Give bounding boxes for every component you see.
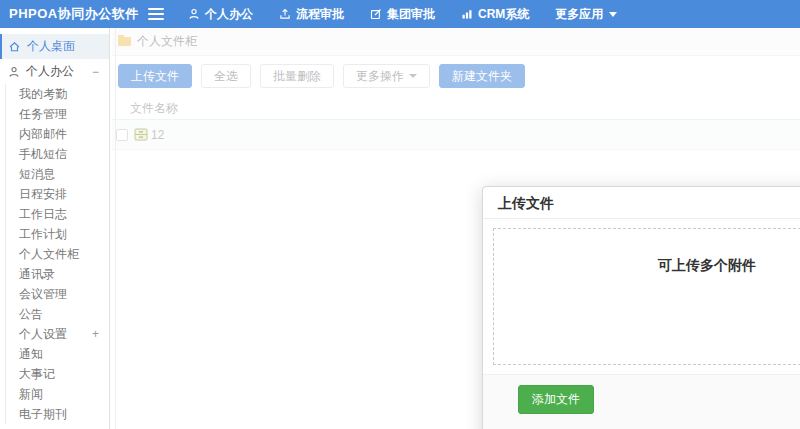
- sidebar-item-my-attendance[interactable]: 我的考勤: [6, 84, 109, 104]
- sidebar-item-label: 电子期刊: [19, 406, 67, 423]
- dialog-body: 可上传多个附件: [483, 219, 800, 374]
- sidebar-item-label: 会议管理: [19, 286, 67, 303]
- top-navbar: PHPOA协同办公软件 个人办公 流程审批 集团审批 CRM系统: [0, 0, 800, 28]
- sidebar-item-label: 日程安排: [19, 186, 67, 203]
- sidebar-item-label: 个人办公: [26, 63, 74, 80]
- home-icon: [8, 41, 21, 53]
- more-actions-label: 更多操作: [356, 65, 404, 87]
- sidebar-item-personal-office[interactable]: 个人办公 −: [0, 59, 109, 84]
- breadcrumb: 个人文件柜: [112, 28, 800, 56]
- sidebar: 个人桌面 个人办公 − 我的考勤 任务管理 内部邮件 手机短信 短消息 日程安排…: [0, 28, 110, 429]
- sidebar-item-meeting-management[interactable]: 会议管理: [6, 284, 109, 304]
- nav-item-label: 更多应用: [555, 6, 603, 23]
- person-icon: [188, 8, 200, 20]
- sidebar-item-label: 短消息: [19, 166, 55, 183]
- nav-item-label: CRM系统: [478, 6, 529, 23]
- sidebar-item-label: 新闻: [19, 386, 43, 403]
- sidebar-item-work-plan[interactable]: 工作计划: [6, 224, 109, 244]
- caret-down-icon: [609, 12, 617, 17]
- nav-item-label: 个人办公: [205, 6, 253, 23]
- sidebar-item-short-message[interactable]: 短消息: [6, 164, 109, 184]
- expand-plus-icon[interactable]: +: [92, 327, 99, 341]
- sidebar-item-notifications[interactable]: 通知: [6, 344, 109, 364]
- sidebar-item-label: 通知: [19, 346, 43, 363]
- more-actions-dropdown[interactable]: 更多操作: [343, 64, 430, 88]
- sidebar-item-label: 工作计划: [19, 226, 67, 243]
- sidebar-item-label: 大事记: [19, 366, 55, 383]
- cabinet-icon: [134, 128, 148, 141]
- sidebar-item-personal-settings[interactable]: 个人设置 +: [6, 324, 109, 344]
- nav-group-approval[interactable]: 集团审批: [370, 6, 435, 23]
- sidebar-item-news[interactable]: 新闻: [6, 384, 109, 404]
- sidebar-item-label: 手机短信: [19, 146, 67, 163]
- breadcrumb-label: 个人文件柜: [137, 33, 197, 50]
- dialog-footer: 添加文件: [483, 374, 800, 429]
- chart-icon: [461, 8, 473, 20]
- nav-more-apps[interactable]: 更多应用: [555, 6, 617, 23]
- sidebar-item-memorabilia[interactable]: 大事记: [6, 364, 109, 384]
- new-folder-button[interactable]: 新建文件夹: [439, 64, 525, 88]
- caret-down-icon: [409, 74, 417, 78]
- navbar-menu: 个人办公 流程审批 集团审批 CRM系统 更多应用: [188, 6, 643, 23]
- nav-item-label: 集团审批: [387, 6, 435, 23]
- table-header-file-name: 文件名称: [112, 96, 800, 120]
- upload-dropzone[interactable]: 可上传多个附件: [493, 228, 800, 365]
- sidebar-item-internal-mail[interactable]: 内部邮件: [6, 124, 109, 144]
- approval-icon: [279, 8, 291, 20]
- sidebar-item-label: 我的考勤: [19, 86, 67, 103]
- collapse-minus-icon[interactable]: −: [92, 65, 99, 79]
- sidebar-item-label: 任务管理: [19, 106, 67, 123]
- sidebar-scroll-track: [115, 28, 116, 429]
- row-checkbox[interactable]: [116, 129, 128, 141]
- folder-icon: [118, 37, 131, 46]
- dialog-title: 上传文件: [483, 187, 800, 219]
- sidebar-item-announcement[interactable]: 公告: [6, 304, 109, 324]
- table-row[interactable]: 12: [112, 120, 800, 150]
- nav-item-label: 流程审批: [296, 6, 344, 23]
- sidebar-item-mobile-sms[interactable]: 手机短信: [6, 144, 109, 164]
- user-icon: [8, 66, 20, 78]
- batch-delete-button[interactable]: 批量删除: [260, 64, 334, 88]
- add-file-button[interactable]: 添加文件: [518, 385, 594, 414]
- sidebar-item-work-log[interactable]: 工作日志: [6, 204, 109, 224]
- sidebar-item-task-management[interactable]: 任务管理: [6, 104, 109, 124]
- upload-dialog: 上传文件 可上传多个附件 添加文件: [482, 186, 800, 429]
- sidebar-item-personal-desktop[interactable]: 个人桌面: [0, 34, 109, 59]
- sidebar-item-label: 个人文件柜: [19, 246, 79, 263]
- menu-toggle-icon[interactable]: [148, 8, 164, 20]
- select-all-button[interactable]: 全选: [201, 64, 251, 88]
- upload-file-button[interactable]: 上传文件: [118, 64, 192, 88]
- sidebar-item-personal-file-cabinet[interactable]: 个人文件柜: [6, 244, 109, 264]
- sidebar-item-label: 个人桌面: [27, 38, 75, 55]
- sidebar-submenu: 我的考勤 任务管理 内部邮件 手机短信 短消息 日程安排 工作日志 工作计划 个…: [5, 84, 109, 424]
- sidebar-item-label: 工作日志: [19, 206, 67, 223]
- nav-workflow-approval[interactable]: 流程审批: [279, 6, 344, 23]
- sidebar-item-e-journal[interactable]: 电子期刊: [6, 404, 109, 424]
- sidebar-item-schedule[interactable]: 日程安排: [6, 184, 109, 204]
- sidebar-item-label: 个人设置: [19, 326, 67, 343]
- nav-crm-system[interactable]: CRM系统: [461, 6, 529, 23]
- sidebar-item-contacts[interactable]: 通讯录: [6, 264, 109, 284]
- toolbar: 上传文件 全选 批量删除 更多操作 新建文件夹: [112, 56, 800, 96]
- file-name: 12: [151, 128, 164, 142]
- sidebar-item-label: 内部邮件: [19, 126, 67, 143]
- sidebar-item-label: 通讯录: [19, 266, 55, 283]
- sidebar-item-label: 公告: [19, 306, 43, 323]
- dropzone-hint: 可上传多个附件: [658, 257, 756, 273]
- nav-personal-office[interactable]: 个人办公: [188, 6, 253, 23]
- edit-icon: [370, 8, 382, 20]
- app-logo: PHPOA协同办公软件: [0, 5, 140, 23]
